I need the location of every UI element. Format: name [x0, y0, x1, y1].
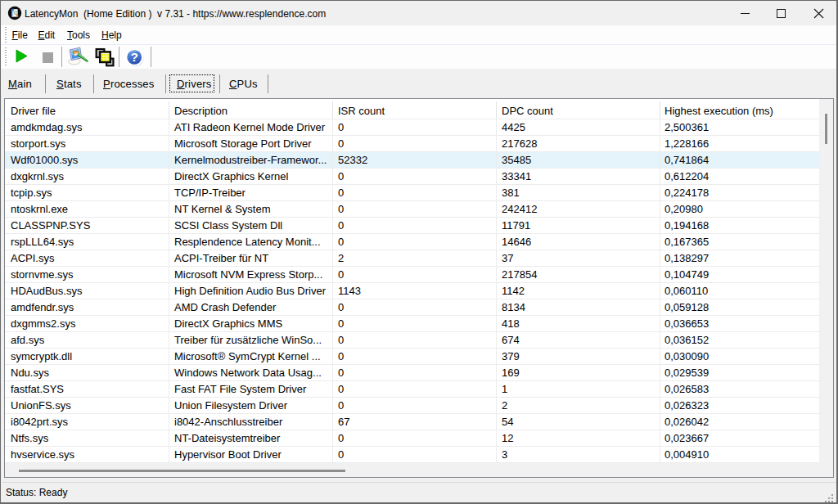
svg-text:?: ? [130, 50, 137, 64]
